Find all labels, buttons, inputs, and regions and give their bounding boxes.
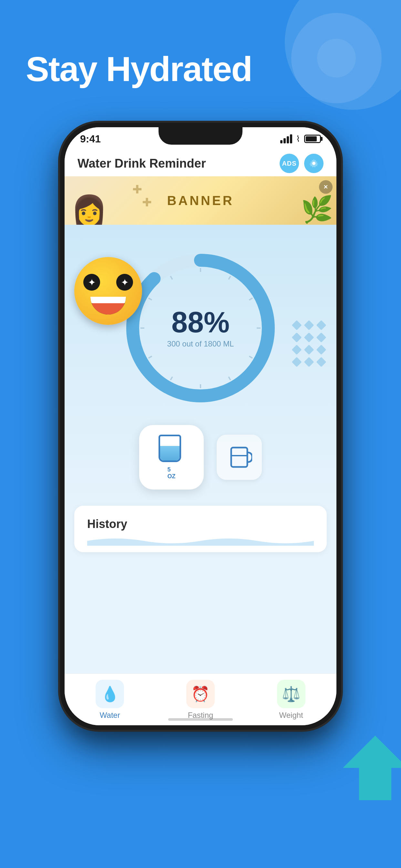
signal-bar-4 (290, 134, 292, 144)
app-header: Water Drink Reminder ADS (65, 151, 336, 176)
svg-marker-17 (343, 736, 401, 800)
tab-item-weight[interactable]: ⚖️ Weight (277, 680, 305, 720)
phone-screen: 9:41 ⌇ Water Drink Reminder ADS (65, 127, 336, 725)
emoji-mouth-inner (92, 303, 124, 314)
history-wave (87, 536, 314, 546)
main-content: ✦ ✦ (65, 225, 336, 674)
diamond-11 (304, 357, 314, 367)
diamond-12 (316, 357, 326, 367)
banner-plus-1: ✚ (132, 183, 142, 196)
svg-line-8 (249, 298, 252, 300)
banner-close-button[interactable]: × (319, 180, 333, 194)
ads-button[interactable]: ADS (280, 154, 299, 173)
status-time: 9:41 (80, 133, 101, 145)
tab-bar: 💧 Water ⏰ Fasting ⚖️ Weight (65, 674, 336, 725)
diamond-9 (316, 345, 326, 354)
teal-arrow-svg (340, 733, 401, 803)
svg-line-4 (149, 298, 152, 300)
signal-bar-1 (280, 140, 282, 144)
ring-subtitle: 300 out of 1800 ML (167, 339, 234, 348)
emoji-teeth (90, 297, 126, 303)
tab-icon-weight: ⚖️ (277, 680, 305, 708)
svg-line-11 (228, 377, 230, 380)
svg-line-5 (171, 276, 173, 279)
status-icons: ⌇ (280, 134, 321, 144)
app-title: Water Drink Reminder (78, 157, 206, 170)
diamond-5 (304, 332, 314, 342)
diamond-3 (316, 320, 326, 330)
tab-item-water[interactable]: 💧 Water (96, 680, 124, 720)
tab-icon-water: 💧 (96, 680, 124, 708)
diamonds-decoration (293, 321, 327, 368)
glass-body (158, 435, 181, 462)
svg-rect-15 (231, 447, 247, 467)
tab-label-weight: Weight (279, 711, 303, 720)
diamond-4 (291, 332, 302, 342)
battery-icon (304, 135, 321, 143)
emoji-character: ✦ ✦ (74, 257, 142, 325)
signal-icon (280, 134, 292, 144)
svg-line-14 (149, 356, 152, 358)
phone-notch (158, 127, 243, 145)
add-water-secondary-button[interactable] (217, 435, 262, 480)
wave-decoration (87, 536, 314, 546)
settings-icon (309, 158, 319, 168)
tab-item-fasting[interactable]: ⏰ Fasting (186, 680, 215, 720)
svg-line-13 (171, 377, 173, 380)
tab-icon-fasting: ⏰ (186, 680, 215, 708)
ring-percent: 88% (167, 308, 234, 337)
glass-oz-label: 5OZ (167, 466, 176, 480)
svg-line-7 (228, 276, 230, 279)
banner-character: 👩 (71, 196, 107, 225)
svg-line-10 (249, 356, 252, 358)
banner-ad[interactable]: 👩 BANNER ✚ ✚ 🌿 × (65, 176, 336, 225)
diamond-8 (304, 345, 314, 354)
glass-water-fill (160, 446, 180, 461)
weight-tab-icon: ⚖️ (282, 685, 300, 703)
diamond-7 (291, 345, 302, 354)
water-buttons-area: 5OZ (65, 425, 336, 490)
progress-ring-container: 88% 300 out of 1800 ML (123, 251, 278, 406)
phone-frame: 9:41 ⌇ Water Drink Reminder ADS (60, 123, 341, 730)
water-tab-icon: 💧 (101, 685, 119, 703)
page-title: Stay Hydrated (26, 50, 252, 89)
banner-plant: 🌿 (301, 194, 333, 225)
diamond-1 (291, 320, 302, 330)
fasting-tab-icon: ⏰ (191, 685, 210, 703)
signal-bar-2 (283, 138, 286, 144)
history-title: History (87, 517, 314, 531)
tab-label-water: Water (100, 711, 120, 720)
teal-arrow-decoration (340, 733, 401, 803)
water-glass-icon (158, 435, 184, 464)
custom-cup-icon (226, 444, 252, 470)
diamond-2 (304, 320, 314, 330)
battery-fill (306, 136, 317, 142)
add-water-primary-button[interactable]: 5OZ (139, 425, 204, 490)
header-icons: ADS (280, 154, 323, 173)
home-indicator (168, 718, 233, 721)
emoji-face: ✦ ✦ (74, 257, 142, 325)
emoji-mouth (90, 297, 126, 314)
diamond-6 (316, 332, 326, 342)
diamond-10 (291, 357, 302, 367)
banner-text: BANNER (167, 193, 234, 208)
signal-bar-3 (287, 136, 289, 144)
ring-center: 88% 300 out of 1800 ML (167, 308, 234, 348)
wifi-icon: ⌇ (296, 134, 300, 144)
settings-button[interactable] (304, 154, 323, 173)
emoji-eye-right: ✦ (116, 274, 133, 290)
emoji-eye-left: ✦ (83, 274, 100, 290)
bg-decoration-circle-3 (317, 39, 356, 78)
history-section: History (74, 506, 327, 552)
banner-plus-2: ✚ (142, 196, 152, 209)
